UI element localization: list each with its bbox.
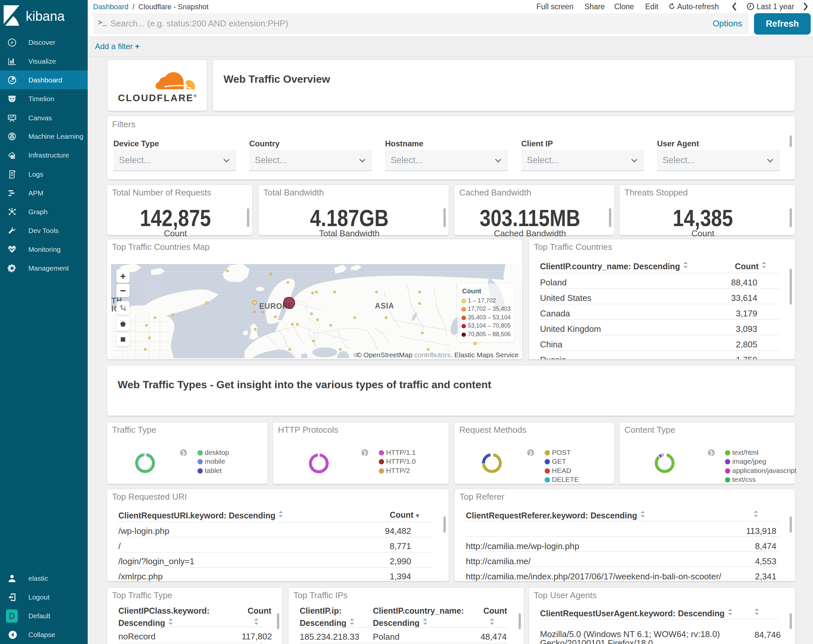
svg-text:ASIA: ASIA	[375, 302, 394, 310]
svg-text:© OpenStreetMap contributors,: © OpenStreetMap contributors, Elastic Ma…	[356, 351, 518, 358]
